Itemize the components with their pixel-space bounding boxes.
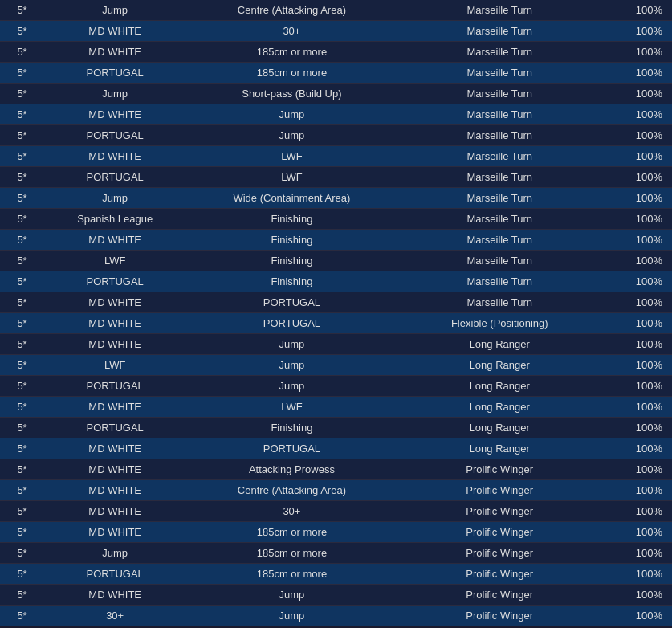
table-row: 5*JumpCentre (Attacking Area)Marseille T…: [0, 0, 672, 21]
cell-3-2: 185cm or more: [185, 63, 397, 84]
cell-14-3: Marseille Turn: [398, 292, 601, 313]
cell-5-2: Jump: [185, 104, 397, 125]
cell-1-4: 100%: [601, 21, 672, 42]
cell-29-3: Prolific Winger: [398, 606, 601, 626]
cell-2-0: 5*: [0, 42, 44, 63]
cell-9-2: Wide (Containment Area): [185, 188, 397, 209]
table-row: 5*PORTUGALFinishingMarseille Turn100%: [0, 271, 672, 292]
cell-9-0: 5*: [0, 188, 44, 209]
cell-28-4: 100%: [601, 585, 672, 606]
cell-20-3: Long Ranger: [398, 418, 601, 438]
cell-16-1: MD WHITE: [44, 334, 185, 355]
cell-17-3: Long Ranger: [398, 355, 601, 376]
cell-24-2: 30+: [185, 501, 397, 522]
table-row: 5*JumpWide (Containment Area)Marseille T…: [0, 188, 672, 209]
table-row: 5*MD WHITE185cm or moreProlific Winger10…: [0, 522, 672, 543]
cell-3-4: 100%: [601, 63, 672, 84]
cell-5-0: 5*: [0, 104, 44, 125]
cell-11-2: Finishing: [185, 230, 397, 251]
table-row: 5*PORTUGALJumpLong Ranger100%: [0, 376, 672, 397]
cell-4-4: 100%: [601, 84, 672, 104]
cell-2-4: 100%: [601, 42, 672, 63]
cell-1-3: Marseille Turn: [398, 21, 601, 42]
cell-8-2: LWF: [185, 167, 397, 188]
table-row: 5*MD WHITELWFMarseille Turn100%: [0, 146, 672, 167]
cell-25-4: 100%: [601, 522, 672, 543]
cell-6-4: 100%: [601, 125, 672, 146]
table-row: 5*MD WHITE30+Prolific Winger100%: [0, 501, 672, 522]
cell-16-4: 100%: [601, 334, 672, 355]
cell-21-1: MD WHITE: [44, 438, 185, 459]
cell-24-3: Prolific Winger: [398, 501, 601, 522]
cell-6-1: PORTUGAL: [44, 125, 185, 146]
cell-23-0: 5*: [0, 480, 44, 501]
cell-28-2: Jump: [185, 585, 397, 606]
cell-15-3: Flexible (Positioning): [398, 313, 601, 334]
cell-18-1: PORTUGAL: [44, 376, 185, 397]
cell-28-0: 5*: [0, 585, 44, 606]
table-row: 5*PORTUGAL185cm or moreProlific Winger10…: [0, 564, 672, 585]
cell-4-2: Short-pass (Build Up): [185, 84, 397, 104]
cell-18-2: Jump: [185, 376, 397, 397]
cell-15-0: 5*: [0, 313, 44, 334]
cell-19-3: Long Ranger: [398, 397, 601, 418]
cell-17-4: 100%: [601, 355, 672, 376]
table-row: 5*MD WHITEPORTUGALMarseille Turn100%: [0, 292, 672, 313]
cell-7-1: MD WHITE: [44, 146, 185, 167]
cell-12-3: Marseille Turn: [398, 251, 601, 271]
cell-9-4: 100%: [601, 188, 672, 209]
cell-12-4: 100%: [601, 251, 672, 271]
cell-21-4: 100%: [601, 438, 672, 459]
cell-23-2: Centre (Attacking Area): [185, 480, 397, 501]
cell-11-4: 100%: [601, 230, 672, 251]
table-row: 5*LWFJumpLong Ranger100%: [0, 355, 672, 376]
cell-6-0: 5*: [0, 125, 44, 146]
cell-1-0: 5*: [0, 21, 44, 42]
cell-14-1: MD WHITE: [44, 292, 185, 313]
table-row: 5*MD WHITEFinishingMarseille Turn100%: [0, 230, 672, 251]
cell-16-2: Jump: [185, 334, 397, 355]
cell-8-0: 5*: [0, 167, 44, 188]
cell-20-1: PORTUGAL: [44, 418, 185, 438]
cell-3-1: PORTUGAL: [44, 63, 185, 84]
data-table: 5*JumpCentre (Attacking Area)Marseille T…: [0, 0, 672, 626]
cell-10-0: 5*: [0, 209, 44, 230]
cell-7-0: 5*: [0, 146, 44, 167]
cell-7-3: Marseille Turn: [398, 146, 601, 167]
cell-13-4: 100%: [601, 271, 672, 292]
cell-10-3: Marseille Turn: [398, 209, 601, 230]
cell-20-2: Finishing: [185, 418, 397, 438]
table-row: 5*JumpShort-pass (Build Up)Marseille Tur…: [0, 84, 672, 104]
cell-10-1: Spanish League: [44, 209, 185, 230]
cell-19-4: 100%: [601, 397, 672, 418]
cell-23-3: Prolific Winger: [398, 480, 601, 501]
cell-12-0: 5*: [0, 251, 44, 271]
cell-24-0: 5*: [0, 501, 44, 522]
cell-17-0: 5*: [0, 355, 44, 376]
table-row: 5*MD WHITEJumpProlific Winger100%: [0, 585, 672, 606]
cell-11-3: Marseille Turn: [398, 230, 601, 251]
cell-29-4: 100%: [601, 606, 672, 626]
cell-22-4: 100%: [601, 459, 672, 480]
cell-25-2: 185cm or more: [185, 522, 397, 543]
cell-27-0: 5*: [0, 564, 44, 585]
cell-2-2: 185cm or more: [185, 42, 397, 63]
cell-15-1: MD WHITE: [44, 313, 185, 334]
table-row: 5*PORTUGALJumpMarseille Turn100%: [0, 125, 672, 146]
cell-10-2: Finishing: [185, 209, 397, 230]
cell-9-3: Marseille Turn: [398, 188, 601, 209]
cell-22-2: Attacking Prowess: [185, 459, 397, 480]
cell-5-4: 100%: [601, 104, 672, 125]
cell-8-3: Marseille Turn: [398, 167, 601, 188]
cell-26-0: 5*: [0, 543, 44, 564]
cell-20-0: 5*: [0, 418, 44, 438]
cell-29-2: Jump: [185, 606, 397, 626]
cell-25-3: Prolific Winger: [398, 522, 601, 543]
table-row: 5*MD WHITEPORTUGALLong Ranger100%: [0, 438, 672, 459]
cell-22-3: Prolific Winger: [398, 459, 601, 480]
cell-29-0: 5*: [0, 606, 44, 626]
cell-26-4: 100%: [601, 543, 672, 564]
table-row: 5*MD WHITEPORTUGALFlexible (Positioning)…: [0, 313, 672, 334]
cell-11-1: MD WHITE: [44, 230, 185, 251]
table-row: 5*PORTUGALFinishingLong Ranger100%: [0, 418, 672, 438]
